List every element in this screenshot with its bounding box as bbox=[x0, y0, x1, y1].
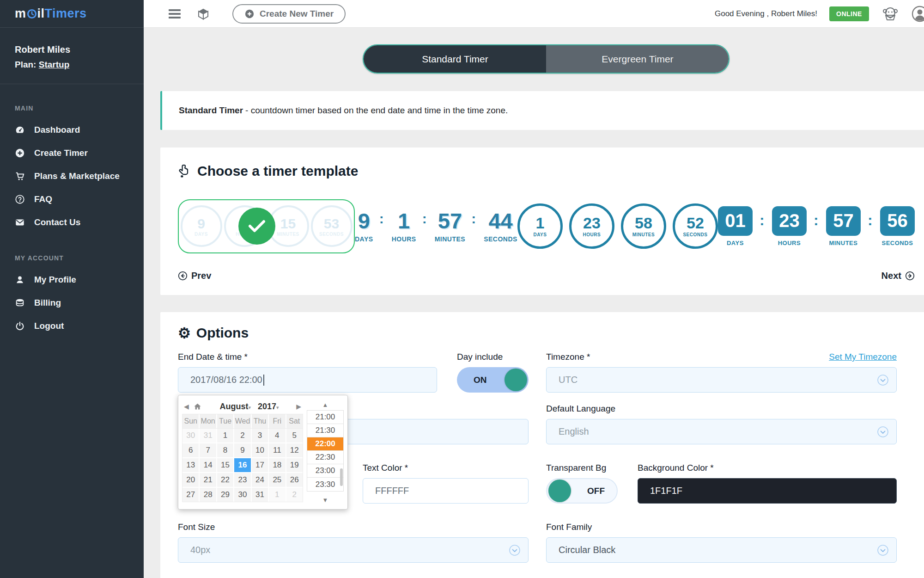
calendar-day-cell[interactable]: 17 bbox=[252, 458, 268, 472]
day-include-toggle[interactable]: ON bbox=[457, 367, 529, 393]
calendar-day-cell[interactable]: 23 bbox=[234, 473, 250, 487]
sidebar-item-plans-marketplace[interactable]: Plans & Marketplace bbox=[0, 165, 144, 188]
day-header-cell: Mon bbox=[200, 414, 216, 428]
tab-evergreen-timer[interactable]: Evergreen Timer bbox=[546, 45, 729, 73]
sidebar-item-label: Create Timer bbox=[34, 148, 88, 158]
calendar-next-icon[interactable]: ▶ bbox=[294, 403, 303, 410]
user-block: Robert Miles Plan: Startup bbox=[0, 28, 144, 84]
calendar-day-cell[interactable]: 11 bbox=[269, 443, 285, 457]
sidebar-item-contact-us[interactable]: Contact Us bbox=[0, 211, 144, 234]
calendar-day-cell[interactable]: 13 bbox=[182, 458, 199, 472]
timezone-select[interactable]: UTC bbox=[546, 367, 897, 393]
calendar-day-cell[interactable]: 19 bbox=[286, 458, 303, 472]
time-option[interactable]: 23:00 bbox=[307, 464, 343, 478]
default-language-select[interactable]: English bbox=[546, 419, 897, 444]
template-option-boxes[interactable]: 01DAYS23HOURS57MINUTES56SECONDS bbox=[718, 206, 915, 246]
calendar-day-cell[interactable]: 14 bbox=[200, 458, 216, 472]
calendar-day-cell[interactable]: 10 bbox=[252, 443, 268, 457]
sidebar-item-label: Logout bbox=[34, 321, 64, 331]
dashboard-icon bbox=[15, 125, 25, 135]
day-header-cell: Tue bbox=[217, 414, 233, 428]
font-family-value: Circular Black bbox=[559, 545, 615, 555]
font-size-select[interactable]: 40px bbox=[178, 537, 529, 563]
calendar-day-cell[interactable]: 28 bbox=[200, 488, 216, 502]
sidebar-item-dashboard[interactable]: Dashboard bbox=[0, 118, 144, 141]
calendar-day-cell[interactable]: 25 bbox=[269, 473, 285, 487]
transparent-bg-toggle[interactable]: OFF bbox=[546, 478, 618, 504]
calendar-day-cell[interactable]: 3 bbox=[252, 429, 268, 443]
calendar-day-cell[interactable]: 2 bbox=[234, 429, 250, 443]
next-button[interactable]: Next bbox=[881, 271, 915, 281]
calendar-day-cell[interactable]: 21 bbox=[200, 473, 216, 487]
calendar-day-cell[interactable]: 29 bbox=[217, 488, 233, 502]
calendar-home-icon[interactable] bbox=[194, 403, 201, 410]
text-color-input[interactable]: FFFFFF bbox=[363, 478, 529, 504]
sidebar-item-billing[interactable]: Billing bbox=[0, 291, 144, 314]
prev-button[interactable]: Prev bbox=[178, 271, 211, 281]
avatar-icon[interactable] bbox=[912, 6, 924, 22]
calendar-day-cell[interactable]: 30 bbox=[182, 429, 199, 443]
envelope-icon bbox=[15, 217, 25, 228]
calendar-day-cell[interactable]: 31 bbox=[200, 429, 216, 443]
time-option[interactable]: 23:30 bbox=[307, 478, 343, 491]
nav-section-label-main: MAIN bbox=[0, 105, 144, 112]
circle-timer-unit: 58MINUTES bbox=[621, 203, 666, 249]
sidebar-item-faq[interactable]: FAQ bbox=[0, 188, 144, 211]
template-option-digital[interactable]: 9DAYS1HOURS57MINUTES44SECONDS bbox=[355, 210, 517, 243]
time-scrollbar-thumb[interactable] bbox=[340, 468, 343, 486]
year-dropdown[interactable]: 2017 bbox=[258, 402, 276, 411]
next-label: Next bbox=[881, 271, 901, 281]
calendar-day-cell[interactable]: 4 bbox=[269, 429, 285, 443]
set-my-timezone-link[interactable]: Set My Timezone bbox=[829, 352, 897, 362]
calendar-day-cell[interactable]: 22 bbox=[217, 473, 233, 487]
calendar-prev-icon[interactable]: ◀ bbox=[182, 403, 191, 410]
time-option[interactable]: 21:30 bbox=[307, 424, 343, 437]
sidebar-item-logout[interactable]: Logout bbox=[0, 314, 144, 338]
calendar-day-cell[interactable]: 31 bbox=[252, 488, 268, 502]
timezone-label: Timezone * bbox=[546, 352, 590, 362]
calendar-day-cell[interactable]: 2 bbox=[286, 488, 303, 502]
sidebar-item-label: Plans & Marketplace bbox=[34, 171, 120, 181]
month-dropdown[interactable]: August bbox=[219, 402, 248, 411]
end-date-label: End Date & time * bbox=[178, 352, 437, 362]
create-new-timer-button[interactable]: Create New Timer bbox=[232, 4, 346, 24]
calendar-day-cell[interactable]: 5 bbox=[286, 429, 303, 443]
background-color-input[interactable]: 1F1F1F bbox=[638, 478, 897, 504]
calendar-day-cell[interactable]: 8 bbox=[217, 443, 233, 457]
time-scroll-down-icon[interactable]: ▼ bbox=[322, 494, 328, 505]
plan-link[interactable]: Startup bbox=[39, 60, 70, 69]
calendar-day-cell[interactable]: 9 bbox=[234, 443, 250, 457]
prev-circle-arrow-icon bbox=[178, 271, 188, 281]
mailchimp-icon[interactable] bbox=[881, 5, 900, 23]
calendar-day-cell[interactable]: 18 bbox=[269, 458, 285, 472]
tab-standard-timer[interactable]: Standard Timer bbox=[364, 45, 546, 73]
calendar-day-cell[interactable]: 1 bbox=[269, 488, 285, 502]
standard-timer-info-banner: Standard Timer - countdown timer based o… bbox=[160, 91, 924, 130]
calendar-day-cell[interactable]: 20 bbox=[182, 473, 199, 487]
logo[interactable]: m il Timers bbox=[0, 0, 144, 28]
calendar-day-cell[interactable]: 24 bbox=[252, 473, 268, 487]
calendar-day-cell[interactable]: 15 bbox=[217, 458, 233, 472]
calendar-day-cell[interactable]: 6 bbox=[182, 443, 199, 457]
time-scroll-up-icon[interactable]: ▲ bbox=[322, 399, 328, 410]
time-option[interactable]: 22:30 bbox=[307, 451, 343, 464]
calendar-day-cell[interactable]: 7 bbox=[200, 443, 216, 457]
cube-icon[interactable] bbox=[196, 7, 210, 21]
calendar: ◀ August▾ 2017▾ ▶ SunMon bbox=[182, 399, 303, 505]
options-card: ⚙ Options End Date & time * 2017/08/16 2… bbox=[160, 312, 924, 578]
calendar-day-cell[interactable]: 12 bbox=[286, 443, 303, 457]
template-option-circles[interactable]: 1DAYS23HOURS58MINUTES52SECONDS bbox=[517, 203, 718, 249]
calendar-day-cell[interactable]: 16 bbox=[234, 458, 250, 472]
sidebar-item-my-profile[interactable]: My Profile bbox=[0, 268, 144, 291]
calendar-day-cell[interactable]: 26 bbox=[286, 473, 303, 487]
sidebar-item-create-timer[interactable]: Create Timer bbox=[0, 141, 144, 165]
hamburger-menu-icon[interactable] bbox=[169, 7, 181, 20]
time-option[interactable]: 22:00 bbox=[307, 437, 343, 451]
chevron-down-icon bbox=[877, 426, 889, 438]
time-option[interactable]: 21:00 bbox=[307, 411, 343, 424]
calendar-day-cell[interactable]: 1 bbox=[217, 429, 233, 443]
calendar-day-cell[interactable]: 30 bbox=[234, 488, 250, 502]
calendar-day-cell[interactable]: 27 bbox=[182, 488, 199, 502]
end-date-input[interactable]: 2017/08/16 22:00 bbox=[178, 367, 437, 393]
font-family-select[interactable]: Circular Black bbox=[546, 537, 897, 563]
